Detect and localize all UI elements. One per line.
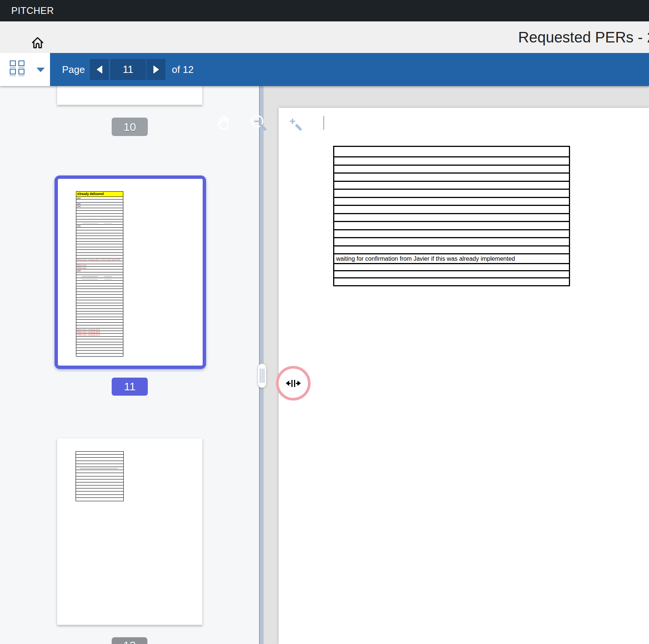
table-row xyxy=(76,247,123,250)
table-row xyxy=(76,230,123,233)
thumbnail-page-11-canvas: Already delivered yesyesyesyesiPad only,… xyxy=(58,179,203,366)
table-row xyxy=(76,323,123,325)
splitter-handle[interactable] xyxy=(258,364,266,388)
table-row: yes xyxy=(76,269,123,272)
previous-page-button[interactable] xyxy=(90,59,109,80)
table-row xyxy=(76,354,123,356)
table-row xyxy=(76,337,123,339)
table-row xyxy=(76,485,123,488)
table-row xyxy=(76,244,123,247)
table-row xyxy=(76,470,123,473)
table-row xyxy=(76,292,123,295)
table-row xyxy=(76,219,123,222)
table-row xyxy=(76,214,123,216)
chevron-right-icon xyxy=(153,65,159,74)
table-row xyxy=(334,182,569,190)
home-button[interactable] xyxy=(30,35,45,50)
table-row xyxy=(334,214,569,222)
table-row xyxy=(76,452,123,455)
table-row xyxy=(76,250,123,252)
table-row xyxy=(334,222,569,230)
page-number-input[interactable]: 11 xyxy=(110,59,146,80)
table-row xyxy=(76,300,123,303)
table-row xyxy=(334,147,569,157)
table-row xyxy=(76,314,123,317)
table-row xyxy=(76,309,123,311)
table-row xyxy=(76,491,123,494)
thumbnail-page-10[interactable] xyxy=(57,86,202,105)
table-row xyxy=(76,233,123,236)
page-12-number: 12 xyxy=(123,639,136,644)
thumbnail-page-11-selected[interactable]: Already delivered yesyesyesyesiPad only,… xyxy=(55,175,206,369)
table-row: yes xyxy=(76,205,123,208)
table-row xyxy=(76,242,123,244)
zoom-out-icon xyxy=(250,114,268,132)
table-row xyxy=(76,278,123,281)
of-label: of xyxy=(172,64,180,75)
thumbnail-view-button[interactable] xyxy=(10,60,30,79)
total-pages: 12 xyxy=(183,64,194,75)
table-row xyxy=(76,222,123,225)
table-row xyxy=(76,303,123,306)
table-row xyxy=(76,286,123,289)
table-row xyxy=(76,211,123,213)
page-10-number: 10 xyxy=(123,121,136,133)
table-row xyxy=(334,264,569,271)
table-row: iPad only, missing AC1, AC2, AC3 and AC4 xyxy=(76,259,123,261)
zoom-in-button[interactable] xyxy=(285,114,303,133)
table-row xyxy=(76,298,123,300)
thumbnail-grid-icon xyxy=(10,60,30,74)
document-viewport[interactable]: waiting for confirmation from Javier if … xyxy=(264,86,649,644)
table-row: yes xyxy=(76,225,123,227)
table-row xyxy=(76,208,123,211)
table-row-note: waiting for confirmation from Javier if … xyxy=(334,254,569,264)
pdf-page-11: waiting for confirmation from Javier if … xyxy=(279,108,649,644)
table-row xyxy=(76,325,123,328)
view-mode-block xyxy=(0,53,50,86)
fit-page-button[interactable] xyxy=(320,114,337,133)
table-row xyxy=(76,458,123,461)
table-row xyxy=(334,166,569,174)
table-row: iPad only xyxy=(76,267,123,269)
next-page-button[interactable] xyxy=(147,59,165,80)
zoom-out-button[interactable] xyxy=(250,114,268,133)
table-row xyxy=(76,467,123,470)
page-count-label: of 12 xyxy=(172,53,194,86)
table-row xyxy=(334,246,569,254)
table-row: iPad only xyxy=(76,264,123,267)
table-row xyxy=(76,342,123,345)
table-row xyxy=(76,464,123,467)
app-title: PITCHER xyxy=(11,0,54,21)
table-row xyxy=(76,272,123,275)
table-row xyxy=(76,320,123,322)
document-table: waiting for confirmation from Javier if … xyxy=(333,146,570,286)
thumbnail-page-12[interactable] xyxy=(57,438,202,625)
table-row: iPad only, missing AC1 xyxy=(76,334,123,336)
hand-pan-button[interactable] xyxy=(215,114,233,133)
thumbnail-panel[interactable]: 10 Already delivered yesyesyesyesiPad on… xyxy=(0,86,259,644)
fit-page-icon xyxy=(320,114,337,132)
table-row xyxy=(334,271,569,278)
thumb-table-header: Already delivered xyxy=(76,192,123,197)
table-row xyxy=(334,238,569,246)
table-row xyxy=(76,495,123,498)
resize-cursor-indicator xyxy=(276,366,311,401)
table-row xyxy=(76,200,123,202)
chevron-left-icon xyxy=(97,65,102,74)
chevron-down-icon[interactable] xyxy=(36,68,45,72)
table-row xyxy=(76,482,123,485)
table-row xyxy=(76,216,123,219)
page-10-badge: 10 xyxy=(112,118,148,136)
document-title: Requested PERs - 2-M xyxy=(518,29,649,46)
table-row xyxy=(76,461,123,464)
table-row xyxy=(76,236,123,239)
zoom-in-icon xyxy=(285,114,303,132)
table-row xyxy=(76,476,123,479)
table-row: iPad only, missing AC4 xyxy=(76,331,123,334)
table-row: yes xyxy=(76,197,123,200)
thumb-11-table: Already delivered yesyesyesyesiPad only,… xyxy=(76,191,123,357)
table-row xyxy=(76,479,123,482)
table-row xyxy=(76,228,123,230)
title-bar: PITCHER xyxy=(0,0,649,21)
table-row xyxy=(76,295,123,297)
